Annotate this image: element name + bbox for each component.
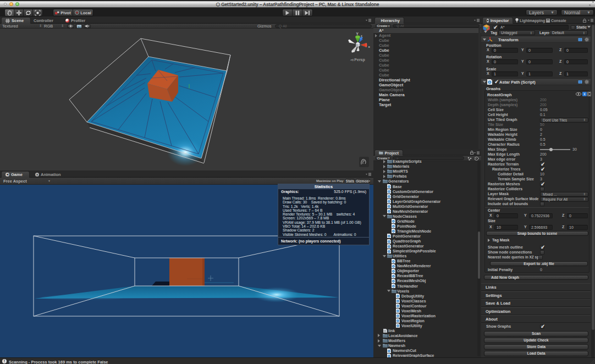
svg-text:◅ Persp: ◅ Persp [350, 58, 365, 62]
svg-text:z: z [361, 34, 362, 37]
svg-text:Y: Y [356, 32, 359, 36]
